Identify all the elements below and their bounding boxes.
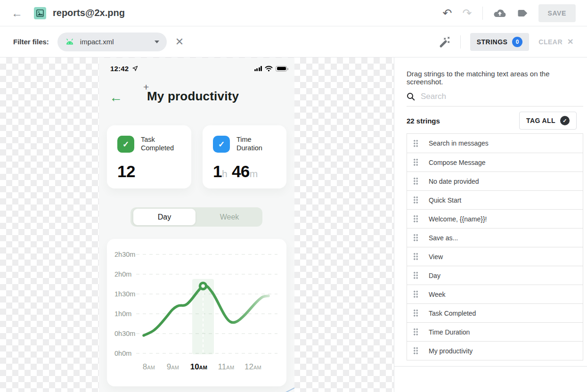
back-button[interactable]: ← <box>11 8 23 19</box>
y-tick: 1h0m <box>114 310 131 318</box>
document-title: reports@2x.png <box>53 8 125 18</box>
strings-count-label: 22 strings <box>407 117 440 125</box>
string-list-item[interactable]: Quick Start <box>407 190 583 209</box>
string-list-item[interactable]: Time Duration <box>407 322 583 341</box>
search-icon <box>407 92 415 101</box>
x-tick: 11AM <box>218 362 235 372</box>
undo-icon: ↶ <box>442 8 452 19</box>
auto-tag-wand-button[interactable] <box>437 35 451 49</box>
redo-icon: ↷ <box>462 8 472 19</box>
file-filter-dropdown[interactable]: impact.xml <box>57 33 167 51</box>
filter-files-label: Filter files: <box>13 38 49 46</box>
task-completed-value: 12 <box>117 162 135 181</box>
x-tick: 12AM <box>245 362 261 372</box>
y-tick: 0h0m <box>114 350 131 357</box>
y-tick: 0h30m <box>114 330 135 337</box>
x-tick: 9AM <box>167 362 179 372</box>
top-bar-actions: ↶ ↷ SAVE <box>442 4 576 22</box>
chevron-down-icon <box>155 41 159 43</box>
tag-all-label: TAG ALL <box>526 117 555 124</box>
screenshot-editor: ← reports@2x.png ↶ ↷ <box>0 0 587 392</box>
clear-tags-button[interactable]: CLEAR ✕ <box>538 37 574 46</box>
divider <box>460 35 461 49</box>
tagged-strings-count-badge: 0 <box>512 37 522 47</box>
string-list: Search in messages Compose Message No da… <box>407 133 583 360</box>
drag-handle-icon[interactable] <box>413 177 418 185</box>
card-label: Task Completed <box>141 135 174 152</box>
x-tick-selected: 10AM <box>190 362 208 372</box>
string-list-item[interactable]: Search in messages <box>407 134 583 153</box>
day-week-segmented-control: Day Week <box>130 207 262 227</box>
drag-handle-icon[interactable] <box>413 234 418 242</box>
cellular-signal-icon <box>254 66 262 71</box>
productivity-chart-card: 2h30m 2h0m 1h30m 1h0m 0h30m 0h0m 8AM 9AM… <box>107 239 286 386</box>
time-duration-card: ✓ Time Duration 1h 46m <box>203 125 286 188</box>
tag-all-button[interactable]: TAG ALL ✓ <box>519 112 577 130</box>
tab-week[interactable]: Week <box>196 207 262 227</box>
y-tick: 2h0m <box>114 270 131 278</box>
panel-divider <box>394 366 587 367</box>
panel-instruction: Drag strings to the matching text areas … <box>407 70 587 86</box>
check-circle-icon: ✓ <box>560 116 570 125</box>
tab-day[interactable]: Day <box>133 209 196 225</box>
peak-marker <box>200 283 206 289</box>
y-tick: 1h30m <box>114 290 135 298</box>
string-list-item[interactable]: My productivity <box>407 341 583 360</box>
canvas-area: 12:42 + ← My product <box>0 57 394 392</box>
green-check-icon: ✓ <box>117 136 134 153</box>
filter-bar: Filter files: impact.xml ✕ <box>0 26 587 57</box>
clear-file-filter-button[interactable]: ✕ <box>175 36 184 48</box>
phone-page-title: My productivity <box>147 89 239 104</box>
x-tick: 8AM <box>143 362 155 372</box>
string-list-item[interactable]: Save as... <box>407 228 583 247</box>
image-glyph <box>36 9 44 17</box>
filter-bar-actions: STRINGS 0 CLEAR ✕ <box>437 33 574 51</box>
status-icons <box>254 65 287 72</box>
phone-status-bar: 12:42 <box>110 65 287 73</box>
string-list-item[interactable]: No date provided <box>407 172 583 190</box>
clear-button-label: CLEAR <box>538 38 563 46</box>
location-arrow-icon <box>132 65 138 72</box>
selected-file-label: impact.xml <box>80 38 114 46</box>
y-tick: 2h30m <box>114 251 135 258</box>
tag-icon <box>517 9 528 17</box>
top-bar: ← reports@2x.png ↶ ↷ <box>0 0 587 26</box>
image-file-icon <box>34 7 46 19</box>
wifi-icon <box>265 65 273 72</box>
task-completed-card: ✓ Task Completed 12 <box>107 125 191 188</box>
drag-handle-icon[interactable] <box>413 158 418 166</box>
string-list-item[interactable]: Welcome, {{name}}! <box>407 209 583 228</box>
upload-button[interactable] <box>493 8 506 18</box>
cloud-upload-icon <box>493 8 506 18</box>
phone-screenshot[interactable]: 12:42 + ← My product <box>99 58 294 392</box>
status-time: 12:42 <box>110 65 129 73</box>
drag-handle-icon[interactable] <box>413 290 418 298</box>
drag-handle-icon[interactable] <box>413 271 418 279</box>
drag-handle-icon[interactable] <box>413 215 418 223</box>
search-input[interactable] <box>421 92 583 101</box>
string-list-item[interactable]: Compose Message <box>407 153 583 172</box>
string-list-item[interactable]: View <box>407 247 583 266</box>
drag-handle-icon[interactable] <box>413 309 418 317</box>
drag-handle-icon[interactable] <box>413 328 418 336</box>
android-icon <box>65 39 74 45</box>
drag-handle-icon[interactable] <box>413 253 418 261</box>
save-button[interactable]: SAVE <box>538 4 576 22</box>
count-row: 22 strings TAG ALL ✓ <box>407 111 577 130</box>
string-list-item[interactable]: Task Completed <box>407 303 583 322</box>
blue-check-icon: ✓ <box>213 136 230 153</box>
strings-toggle-button[interactable]: STRINGS 0 <box>470 33 530 51</box>
drag-handle-icon[interactable] <box>413 196 418 204</box>
string-list-item[interactable]: Day <box>407 266 583 285</box>
undo-button[interactable]: ↶ <box>442 8 452 19</box>
drag-handle-icon[interactable] <box>413 347 418 355</box>
string-list-item[interactable]: Week <box>407 285 583 303</box>
battery-icon <box>276 66 287 72</box>
drag-handle-icon[interactable] <box>413 139 418 147</box>
card-label: Time Duration <box>236 135 262 152</box>
search-row <box>407 87 583 106</box>
tag-button[interactable] <box>517 9 528 17</box>
magic-wand-icon <box>437 35 451 49</box>
strings-button-label: STRINGS <box>477 38 508 46</box>
redo-button[interactable]: ↷ <box>462 8 472 19</box>
